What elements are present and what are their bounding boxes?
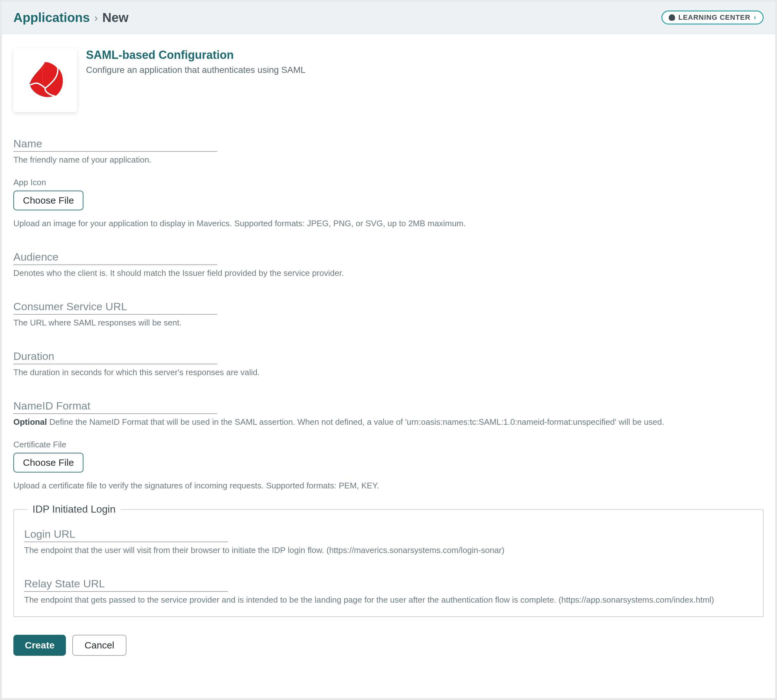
cancel-button[interactable]: Cancel: [72, 635, 126, 656]
consumer-url-field-group: The URL where SAML responses will be sen…: [13, 300, 764, 328]
chevron-right-icon: ›: [754, 13, 756, 22]
cert-file-help: Upload a certificate file to verify the …: [13, 481, 764, 491]
saml-logo-icon: [23, 58, 67, 102]
page-description: Configure an application that authentica…: [86, 65, 306, 75]
learning-center-button[interactable]: LEARNING CENTER ›: [662, 10, 764, 25]
app-icon-help: Upload an image for your application to …: [13, 218, 764, 228]
breadcrumb-root-link[interactable]: Applications: [13, 10, 90, 25]
learning-center-label: LEARNING CENTER: [678, 13, 750, 22]
lightbulb-icon: [669, 14, 675, 21]
duration-input[interactable]: [13, 350, 217, 362]
intro-section: SAML-based Configuration Configure an ap…: [13, 48, 764, 112]
duration-help: The duration in seconds for which this s…: [13, 368, 764, 377]
cert-file-label: Certificate File: [13, 440, 764, 450]
login-url-field-group: The endpoint that the user will visit fr…: [24, 528, 753, 555]
nameid-input[interactable]: [13, 400, 217, 412]
consumer-url-help: The URL where SAML responses will be sen…: [13, 318, 764, 328]
app-icon-field-group: App Icon Choose File Upload an image for…: [13, 178, 764, 228]
audience-help: Denotes who the client is. It should mat…: [13, 268, 764, 278]
page-header: Applications › New LEARNING CENTER ›: [2, 2, 775, 34]
app-icon-label: App Icon: [13, 178, 764, 187]
form-scroll-area[interactable]: SAML-based Configuration Configure an ap…: [2, 34, 775, 698]
relay-state-help: The endpoint that gets passed to the ser…: [24, 595, 753, 605]
nameid-optional-label: Optional: [13, 417, 47, 427]
page-title: SAML-based Configuration: [86, 48, 306, 62]
cert-file-choose-file-button[interactable]: Choose File: [13, 453, 84, 472]
login-url-help: The endpoint that the user will visit fr…: [24, 545, 753, 555]
audience-field-group: Denotes who the client is. It should mat…: [13, 251, 764, 278]
relay-state-input[interactable]: [24, 578, 228, 590]
nameid-help: Optional Define the NameID Format that w…: [13, 417, 764, 427]
name-help: The friendly name of your application.: [13, 155, 764, 165]
chevron-right-icon: ›: [94, 12, 98, 24]
nameid-field-group: Optional Define the NameID Format that w…: [13, 400, 764, 427]
login-url-input[interactable]: [24, 528, 228, 540]
idp-initiated-login-fieldset: IDP Initiated Login The endpoint that th…: [13, 503, 764, 617]
application-type-icon: [13, 48, 77, 112]
audience-input[interactable]: [13, 251, 217, 263]
breadcrumb: Applications › New: [13, 10, 129, 25]
duration-field-group: The duration in seconds for which this s…: [13, 350, 764, 377]
app-icon-choose-file-button[interactable]: Choose File: [13, 191, 84, 210]
consumer-url-input[interactable]: [13, 300, 217, 313]
create-button[interactable]: Create: [13, 635, 66, 656]
name-field-group: The friendly name of your application.: [13, 137, 764, 165]
breadcrumb-current: New: [102, 10, 128, 25]
idp-legend: IDP Initiated Login: [27, 503, 121, 515]
name-input[interactable]: [13, 137, 217, 150]
relay-state-field-group: The endpoint that gets passed to the ser…: [24, 578, 753, 605]
cert-file-field-group: Certificate File Choose File Upload a ce…: [13, 440, 764, 491]
form-actions: Create Cancel: [13, 635, 764, 656]
